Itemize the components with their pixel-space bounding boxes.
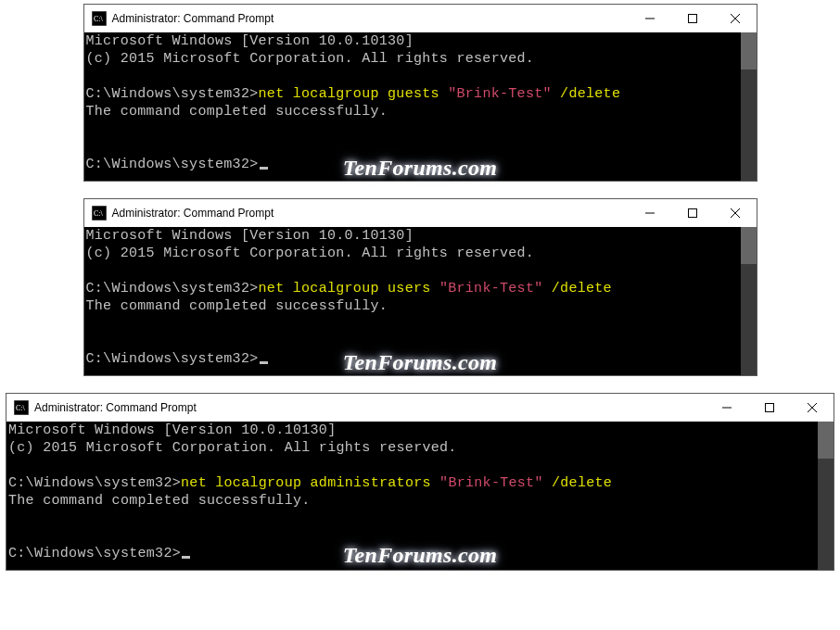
- terminal-line: [86, 262, 755, 280]
- window-title: Administrator: Command Prompt: [112, 12, 274, 25]
- minimize-icon: [645, 12, 655, 26]
- terminal-line: The command completed successfully.: [8, 492, 832, 510]
- terminal-text: C:\Windows\system32>: [86, 86, 259, 102]
- terminal-text: C:\Windows\system32>: [86, 351, 259, 367]
- terminal-text: "Brink-Test": [439, 475, 543, 491]
- terminal-text: C:\Windows\system32>: [86, 281, 259, 296]
- app-icon[interactable]: C:\: [92, 11, 107, 26]
- terminal-text: (c) 2015 Microsoft Corporation. All righ…: [86, 51, 535, 67]
- terminal-text: The command completed successfully.: [86, 298, 388, 314]
- terminal-text: "Brink-Test": [439, 281, 543, 296]
- close-icon: [731, 12, 740, 26]
- cmd-icon: C:\: [92, 206, 107, 220]
- terminal-text: C:\Windows\system32>: [8, 475, 181, 491]
- window-controls: [629, 5, 757, 32]
- close-button[interactable]: [791, 394, 834, 422]
- terminal-line: C:\Windows\system32>: [86, 350, 755, 368]
- command-prompt-window: C:\Administrator: Command PromptMicrosof…: [83, 4, 757, 182]
- svg-rect-4: [688, 14, 696, 22]
- terminal-line: Microsoft Windows [Version 10.0.10130]: [86, 227, 755, 245]
- scrollbar[interactable]: [741, 227, 757, 375]
- terminal-text: /delete: [543, 281, 612, 296]
- terminal-text: C:\Windows\system32>: [86, 157, 259, 172]
- maximize-button[interactable]: [748, 394, 791, 422]
- close-icon: [731, 207, 740, 220]
- titlebar[interactable]: C:\Administrator: Command Prompt: [84, 199, 757, 227]
- terminal-output[interactable]: Microsoft Windows [Version 10.0.10130](c…: [84, 227, 757, 375]
- cursor: [260, 361, 268, 364]
- terminal-line: [8, 527, 832, 545]
- terminal-text: The command completed successfully.: [86, 104, 388, 120]
- terminal-text: [86, 316, 95, 332]
- terminal-line: [86, 315, 755, 333]
- maximize-icon: [688, 12, 697, 26]
- scrollbar-thumb[interactable]: [741, 227, 757, 264]
- terminal-text: [8, 510, 17, 526]
- cmd-icon: C:\: [92, 11, 107, 26]
- svg-text:C:\: C:\: [94, 209, 104, 218]
- scrollbar[interactable]: [741, 32, 757, 181]
- cursor: [182, 556, 190, 559]
- terminal-output[interactable]: Microsoft Windows [Version 10.0.10130](c…: [6, 422, 834, 570]
- terminal-line: [86, 68, 755, 85]
- minimize-button[interactable]: [629, 199, 671, 227]
- scrollbar-thumb[interactable]: [741, 32, 757, 69]
- maximize-button[interactable]: [671, 5, 714, 32]
- terminal-line: The command completed successfully.: [86, 297, 755, 315]
- minimize-button[interactable]: [629, 5, 671, 32]
- terminal-text: net localgroup: [181, 475, 311, 491]
- svg-text:C:\: C:\: [94, 15, 104, 23]
- terminal-line: (c) 2015 Microsoft Corporation. All righ…: [86, 50, 755, 68]
- terminal-text: [86, 334, 95, 349]
- terminal-text: [86, 139, 95, 155]
- terminal-text: users: [388, 281, 439, 296]
- window-controls: [706, 394, 834, 422]
- terminal-text: C:\Windows\system32>: [8, 546, 181, 561]
- window-controls: [629, 199, 757, 227]
- maximize-icon: [688, 207, 697, 220]
- terminal-line: Microsoft Windows [Version 10.0.10130]: [86, 32, 755, 50]
- terminal-text: (c) 2015 Microsoft Corporation. All righ…: [8, 440, 457, 456]
- minimize-icon: [722, 401, 732, 415]
- terminal-text: "Brink-Test": [448, 86, 552, 102]
- terminal-text: /delete: [552, 86, 620, 102]
- terminal-text: [8, 458, 17, 473]
- terminal-text: administrators: [311, 475, 440, 491]
- close-button[interactable]: [714, 5, 757, 32]
- terminal-line: [86, 138, 755, 156]
- terminal-line: C:\Windows\system32>net localgroup guest…: [86, 85, 755, 103]
- cursor: [260, 167, 268, 170]
- terminal-text: net localgroup: [259, 281, 388, 296]
- terminal-line: C:\Windows\system32>net localgroup users…: [86, 280, 755, 297]
- terminal-text: guests: [388, 86, 448, 102]
- terminal-line: C:\Windows\system32>: [8, 545, 832, 562]
- terminal-line: Microsoft Windows [Version 10.0.10130]: [8, 422, 832, 439]
- terminal-text: (c) 2015 Microsoft Corporation. All righ…: [86, 246, 535, 261]
- terminal-line: (c) 2015 Microsoft Corporation. All righ…: [8, 439, 832, 457]
- terminal-line: The command completed successfully.: [86, 103, 755, 120]
- terminal-output[interactable]: Microsoft Windows [Version 10.0.10130](c…: [84, 32, 757, 181]
- terminal-line: [86, 120, 755, 138]
- terminal-text: net localgroup: [259, 86, 388, 102]
- terminal-text: Microsoft Windows [Version 10.0.10130]: [86, 33, 414, 49]
- close-button[interactable]: [714, 199, 757, 227]
- svg-text:C:\: C:\: [16, 404, 26, 412]
- terminal-line: [8, 457, 832, 474]
- close-icon: [808, 401, 817, 415]
- command-prompt-window: C:\Administrator: Command PromptMicrosof…: [83, 198, 757, 376]
- scrollbar[interactable]: [818, 422, 834, 570]
- cmd-icon: C:\: [14, 400, 29, 415]
- titlebar[interactable]: C:\Administrator: Command Prompt: [6, 394, 834, 422]
- terminal-text: Microsoft Windows [Version 10.0.10130]: [8, 422, 336, 438]
- terminal-line: [86, 333, 755, 350]
- minimize-button[interactable]: [706, 394, 748, 422]
- terminal-text: [86, 121, 95, 137]
- titlebar[interactable]: C:\Administrator: Command Prompt: [84, 5, 757, 32]
- app-icon[interactable]: C:\: [92, 206, 107, 220]
- maximize-button[interactable]: [671, 199, 714, 227]
- terminal-line: C:\Windows\system32>net localgroup admin…: [8, 474, 832, 492]
- scrollbar-thumb[interactable]: [818, 422, 834, 459]
- maximize-icon: [765, 401, 774, 415]
- minimize-icon: [645, 207, 655, 220]
- app-icon[interactable]: C:\: [14, 400, 29, 415]
